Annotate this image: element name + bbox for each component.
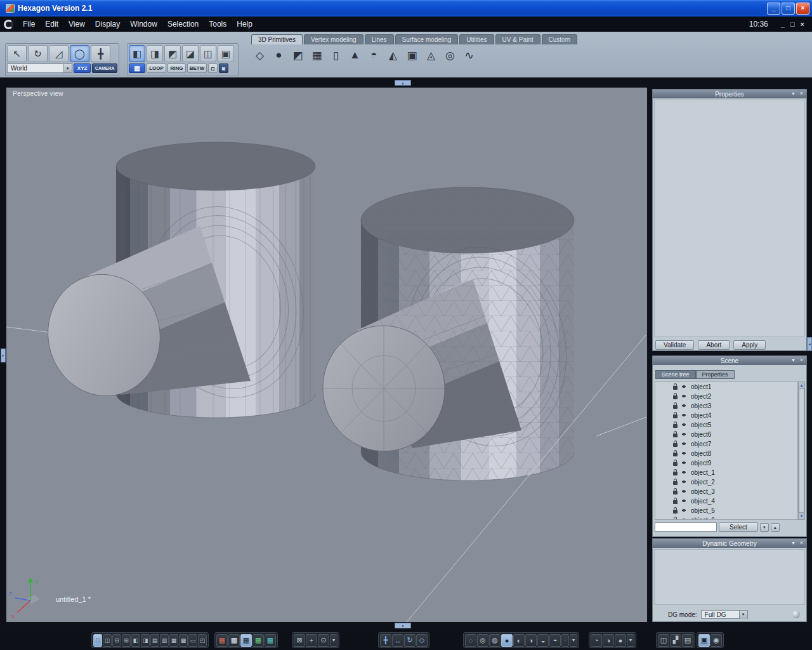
select-button[interactable]: Select xyxy=(719,522,758,532)
validate-button[interactable]: Validate xyxy=(655,340,694,350)
chevron-down-icon[interactable]: ▼ xyxy=(63,64,72,72)
hidden-line-mode-button[interactable]: ◎ xyxy=(477,634,488,647)
lock-icon[interactable] xyxy=(673,510,678,514)
lock-icon[interactable] xyxy=(673,462,678,466)
eye-icon[interactable] xyxy=(681,470,688,475)
uv-panel-button[interactable]: ▤ xyxy=(682,634,693,647)
materials-panel-button[interactable]: ▞ xyxy=(670,634,681,647)
object-mode-button[interactable]: ◪ xyxy=(182,45,199,62)
split-vertical-button[interactable]: ◫ xyxy=(103,634,112,647)
close-button[interactable]: × xyxy=(796,3,809,15)
smoothing-off-button[interactable]: ◔ xyxy=(591,634,602,647)
collapse-icon[interactable]: ▼ xyxy=(790,357,797,364)
scroll-top-button[interactable]: ▲ xyxy=(771,523,780,532)
clay-mode-button[interactable]: ◓ xyxy=(549,634,561,647)
split-horizontal-button[interactable]: ⊟ xyxy=(112,634,121,647)
texture-grid-button[interactable]: ▦ xyxy=(265,634,276,647)
lock-icon[interactable] xyxy=(673,386,678,390)
zoom-options-button[interactable]: ▾ xyxy=(330,634,337,647)
lock-icon[interactable] xyxy=(673,424,678,428)
scene-object-row[interactable]: object_2 xyxy=(655,477,797,487)
eye-icon[interactable] xyxy=(681,403,688,409)
menu-view[interactable]: View xyxy=(63,17,90,32)
smoothing-options-button[interactable]: ▾ xyxy=(627,634,634,647)
tab-custom[interactable]: Custom xyxy=(542,34,577,44)
three-views-right-button[interactable]: ◨ xyxy=(141,634,150,647)
tab-utilities[interactable]: Utilities xyxy=(459,34,494,44)
loop-select-button[interactable]: LOOP xyxy=(147,63,166,73)
point-mode-button[interactable]: ◧ xyxy=(129,45,145,62)
tab-lines[interactable]: Lines xyxy=(365,34,394,44)
eye-icon[interactable] xyxy=(681,384,688,390)
textured-mode-button[interactable]: ◐ xyxy=(513,634,525,647)
collapse-right-button[interactable]: ◄ xyxy=(807,337,812,351)
collapse-bottom-button[interactable]: ▼ xyxy=(395,623,411,628)
wide-view-button[interactable]: ▭ xyxy=(188,634,197,647)
menu-selection[interactable]: Selection xyxy=(162,17,204,32)
apply-button[interactable]: Apply xyxy=(733,340,766,350)
eye-icon[interactable] xyxy=(681,441,688,447)
scene-object-row[interactable]: object_1 xyxy=(655,468,797,477)
scene-object-row[interactable]: object_4 xyxy=(655,496,797,506)
chevron-down-icon[interactable]: ▼ xyxy=(739,611,747,619)
eye-icon[interactable] xyxy=(681,460,688,466)
menu-help[interactable]: Help xyxy=(232,17,258,32)
transparent-mode-button[interactable]: ◒ xyxy=(537,634,549,647)
scene-object-row[interactable]: object_5 xyxy=(655,506,797,515)
scene-object-row[interactable]: object8 xyxy=(655,449,797,458)
select-tool-button[interactable]: ↖ xyxy=(7,45,27,62)
camera-axis-button[interactable]: CAMERA xyxy=(92,63,117,73)
tab-properties[interactable]: Properties xyxy=(696,370,735,379)
lock-icon[interactable] xyxy=(673,481,678,485)
close-icon[interactable]: × xyxy=(798,540,805,547)
face-mode-button[interactable]: ◩ xyxy=(164,45,181,62)
collapse-icon[interactable]: ▼ xyxy=(790,540,797,547)
six-views-button[interactable]: ▦ xyxy=(169,634,178,647)
lock-icon[interactable] xyxy=(673,453,678,456)
pyramid-primitive-button[interactable]: ◭ xyxy=(384,46,402,65)
chamfer-box-primitive-button[interactable]: ▣ xyxy=(403,46,421,65)
tab-uv-paint[interactable]: UV & Paint xyxy=(495,34,540,44)
scene-object-row[interactable]: object9 xyxy=(655,458,797,468)
symmetry-selection-button[interactable]: ◙ xyxy=(219,63,228,73)
tab-scene-tree[interactable]: Scene tree xyxy=(655,370,696,379)
menu-display[interactable]: Display xyxy=(90,17,125,32)
helix-primitive-button[interactable]: ∿ xyxy=(461,46,478,65)
edge-mode-button[interactable]: ◨ xyxy=(147,45,163,62)
cone-primitive-button[interactable]: ▲ xyxy=(346,46,363,65)
ring-select-button[interactable]: RING xyxy=(167,63,186,73)
zoom-button[interactable]: ⊙ xyxy=(318,634,329,647)
xyz-axis-button[interactable]: XYZ xyxy=(74,63,91,73)
doc-minimize-button[interactable]: _ xyxy=(781,20,785,28)
world-space-dropdown[interactable]: World ▼ xyxy=(7,63,72,73)
collapse-icon[interactable]: ▼ xyxy=(790,91,797,97)
scene-object-row[interactable]: object3 xyxy=(655,401,797,411)
eye-icon[interactable] xyxy=(681,479,688,485)
scene-object-row[interactable]: object6 xyxy=(655,430,797,439)
smoothing-high-button[interactable]: ● xyxy=(615,634,626,647)
eye-icon[interactable] xyxy=(681,422,688,428)
lock-icon[interactable] xyxy=(673,415,678,418)
scene-object-row[interactable]: object2 xyxy=(655,392,797,401)
menu-edit[interactable]: Edit xyxy=(40,17,63,32)
frame-selection-button[interactable]: ⊠ xyxy=(294,634,305,647)
lock-icon[interactable] xyxy=(673,405,678,409)
menu-window[interactable]: Window xyxy=(125,17,162,32)
all-mode-button[interactable]: ▣ xyxy=(218,45,234,62)
dg-mode-dropdown[interactable]: Full DG ▼ xyxy=(701,610,748,619)
symmetry-panel-button[interactable]: ◫ xyxy=(658,634,669,647)
green-grid-button[interactable]: ▦ xyxy=(252,634,264,647)
rotate-manipulator-button[interactable]: ↻ xyxy=(404,634,416,647)
tab-3d-primitives[interactable]: 3D Primitives xyxy=(251,34,303,44)
scrollbar-thumb[interactable] xyxy=(799,388,804,513)
tab-vertex-modeling[interactable]: Vertex modeling xyxy=(304,34,363,44)
single-view-button[interactable]: □ xyxy=(93,634,102,647)
translate-manipulator-button[interactable]: ↔ xyxy=(392,634,403,647)
properties-panel-header[interactable]: Properties ▼ × xyxy=(653,90,806,98)
lock-icon[interactable] xyxy=(673,434,678,437)
perspective-viewport[interactable]: Y x z Perspective view untitled_1 * xyxy=(6,88,647,622)
universal-manipulator-button[interactable]: ╋ xyxy=(380,634,391,647)
eye-icon[interactable] xyxy=(681,394,688,399)
loop-mode-button[interactable]: ◫ xyxy=(200,45,216,62)
wireframe-mode-button[interactable]: ◌ xyxy=(465,634,476,647)
